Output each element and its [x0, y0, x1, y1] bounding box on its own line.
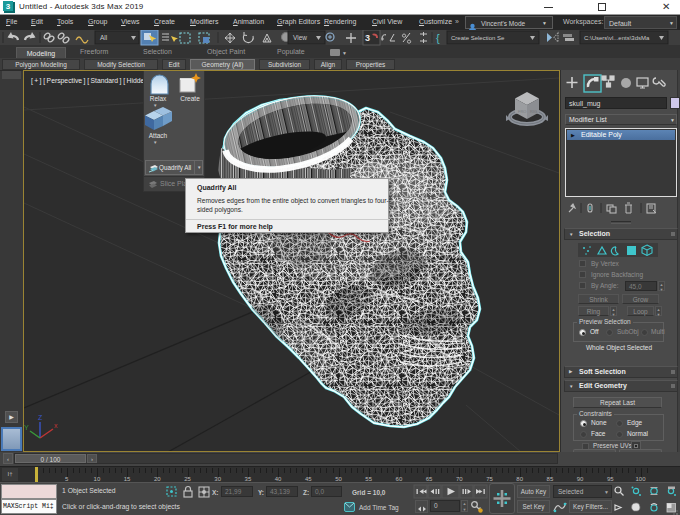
- svg-text:Z: Z: [38, 414, 43, 421]
- svg-text:RIG: RIG: [530, 109, 537, 114]
- svg-text:x: x: [54, 422, 58, 429]
- svg-text:Y: Y: [24, 424, 29, 431]
- svg-text:Create Selection Se: Create Selection Se: [451, 35, 505, 41]
- svg-text:All: All: [100, 34, 108, 41]
- svg-text:FRO: FRO: [518, 109, 526, 114]
- svg-text:3: 3: [365, 33, 370, 43]
- svg-text:C:\Users\vl...ents\3dsMa: C:\Users\vl...ents\3dsMa: [584, 35, 650, 41]
- svg-text:View: View: [293, 34, 307, 41]
- svg-text:{: {: [436, 32, 440, 44]
